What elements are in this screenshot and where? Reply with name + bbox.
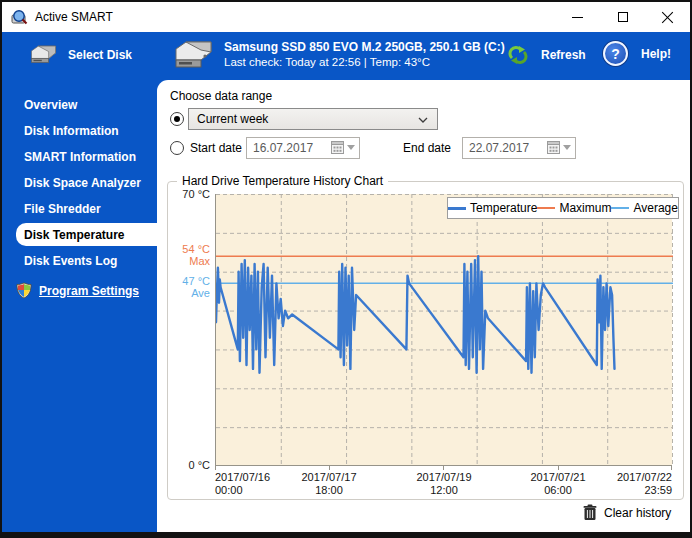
help-label: Help!: [641, 47, 671, 61]
select-disk-label: Select Disk: [68, 48, 132, 62]
sidebar-item-smart-information[interactable]: SMART Information: [2, 144, 157, 170]
sidebar-item-disk-information[interactable]: Disk Information: [2, 118, 157, 144]
help-button[interactable]: ? Help!: [603, 41, 671, 66]
x-axis-tick: [671, 466, 672, 470]
temperature-plot-area: [215, 194, 672, 466]
x-axis-tick: [329, 466, 330, 470]
top-banner: Select Disk Samsung SSD 850 EVO M.2 250G…: [2, 32, 690, 80]
close-icon[interactable]: [645, 2, 690, 32]
calendar-grid-icon: [331, 141, 344, 154]
temperature-line-chart: [216, 194, 673, 466]
minimize-icon[interactable]: [555, 2, 600, 32]
sidebar-item-file-shredder[interactable]: File Shredder: [2, 196, 157, 222]
uac-shield-icon: [16, 282, 32, 299]
chart-legend: Temperature Maximum Average: [447, 197, 679, 219]
select-disk-button[interactable]: Select Disk: [28, 44, 132, 66]
avg-tag-label: Ave: [168, 287, 210, 299]
chart-title: Hard Drive Temperature History Chart: [177, 174, 388, 188]
hard-drive-icon: [172, 39, 215, 71]
x-axis-label: 2017/07/1912:00: [399, 471, 489, 497]
question-circle-icon: ?: [603, 41, 628, 66]
legend-average: Average: [611, 201, 677, 215]
temperature-chart-groupbox: Hard Drive Temperature History Chart 70 …: [167, 181, 684, 500]
maximum-line-swatch: [537, 207, 555, 209]
x-axis-label: 2017/07/2223:59: [582, 471, 672, 497]
app-icon: [11, 9, 28, 26]
range-section-label: Choose data range: [170, 89, 272, 103]
y-axis-label-0: 0 °C: [168, 459, 210, 471]
custom-range-radio[interactable]: [170, 141, 184, 155]
chevron-down-icon: [563, 145, 571, 150]
x-axis-tick: [215, 466, 216, 470]
max-tag-label: Max: [168, 255, 210, 267]
end-date-label: End date: [403, 141, 451, 155]
clear-history-label: Clear history: [604, 506, 671, 520]
disk-info: Samsung SSD 850 EVO M.2 250GB, 250.1 GB …: [172, 39, 505, 71]
max-value-label: 54 °C: [168, 243, 210, 255]
refresh-button[interactable]: Refresh: [506, 45, 586, 65]
clear-history-button[interactable]: Clear history: [583, 504, 671, 521]
green-sync-arrows-icon: [506, 45, 530, 65]
hard-drive-icon: [28, 44, 59, 66]
app-window: Active SMART Select Disk Samsu: [0, 0, 692, 538]
start-date-field[interactable]: 16.07.2017: [246, 137, 360, 159]
range-preset-select[interactable]: Current week: [188, 108, 438, 130]
legend-temperature: Temperature: [448, 201, 537, 215]
x-axis-tick: [558, 466, 559, 470]
calendar-grid-icon: [547, 141, 560, 154]
maximize-icon[interactable]: [600, 2, 645, 32]
chevron-down-icon: [418, 117, 428, 123]
chevron-down-icon: [347, 145, 355, 150]
average-line-swatch: [611, 207, 629, 209]
preset-range-radio[interactable]: [170, 112, 184, 126]
sidebar-item-disk-space-analyzer[interactable]: Disk Space Analyzer: [2, 170, 157, 196]
title-bar[interactable]: Active SMART: [2, 2, 690, 32]
range-preset-value: Current week: [197, 112, 268, 126]
app-body: Overview Disk Information SMART Informat…: [2, 80, 690, 532]
x-axis-label: 2017/07/1718:00: [284, 471, 374, 497]
refresh-label: Refresh: [541, 48, 586, 62]
window-title: Active SMART: [35, 10, 113, 24]
disk-status: Last check: Today at 22:56 | Temp: 43°C: [224, 55, 505, 70]
avg-value-label: 47 °C: [168, 275, 210, 287]
trash-can-icon: [583, 504, 597, 521]
legend-maximum: Maximum: [537, 201, 611, 215]
sidebar-item-disk-events-log[interactable]: Disk Events Log: [2, 248, 157, 274]
program-settings-link[interactable]: Program Settings: [16, 282, 157, 299]
disk-title: Samsung SSD 850 EVO M.2 250GB, 250.1 GB …: [224, 39, 505, 55]
sidebar-item-disk-temperature[interactable]: Disk Temperature: [16, 223, 157, 246]
program-settings-label: Program Settings: [39, 284, 139, 298]
sidebar-item-overview[interactable]: Overview: [2, 92, 157, 118]
temperature-line-swatch: [448, 207, 466, 210]
end-date-field[interactable]: 22.07.2017: [462, 137, 576, 159]
y-axis-label-70: 70 °C: [168, 188, 210, 200]
x-axis-tick: [443, 466, 444, 470]
start-date-label: Start date: [190, 141, 242, 155]
